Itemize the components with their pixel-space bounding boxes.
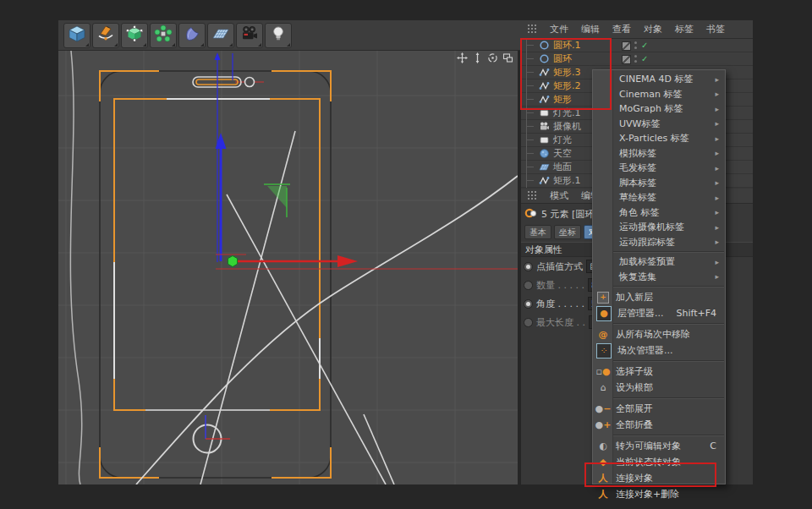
keyframe-radio-icon[interactable] (524, 318, 533, 327)
menu-item-fold-all[interactable]: ●+ 全部折叠 (593, 417, 725, 433)
menu-item-remove-from-all-takes[interactable]: @ 从所有场次中移除 (593, 326, 725, 342)
submenu-arrow-icon: ▸ (715, 105, 719, 113)
menu-item-load-tag-preset[interactable]: 加载标签预置▸ (593, 254, 725, 270)
menu-item-cineman-tags[interactable]: Cineman 标签▸ (593, 87, 725, 102)
shortcut-label: C (710, 441, 716, 452)
visibility-toggles[interactable]: ✓ (622, 52, 648, 66)
submenu-arrow-icon: ▸ (715, 208, 719, 216)
rotate-view-icon[interactable] (487, 52, 498, 63)
light-object-icon (538, 107, 550, 119)
menu-mode[interactable]: 模式 (550, 189, 568, 202)
menu-edit[interactable]: 编辑 (581, 23, 600, 36)
rect-spline-icon (538, 94, 550, 106)
menu-object[interactable]: 对象 (644, 23, 662, 36)
editor-render-dots-icon[interactable] (634, 41, 638, 50)
attribute-row[interactable]: 点插值方式 自 (521, 257, 601, 276)
menu-file[interactable]: 文件 (550, 23, 568, 36)
layer-toggle-icon[interactable] (622, 41, 631, 51)
menu-item-hair-tags[interactable]: 毛发标签▸ (593, 161, 725, 176)
submenu-arrow-icon: ▸ (715, 194, 719, 202)
menu-item-motion-tracker-tags[interactable]: 运动跟踪标签▸ (593, 235, 725, 250)
menu-item-script-tags[interactable]: 脚本标签▸ (593, 176, 725, 191)
floor-environment-tool[interactable] (207, 23, 234, 48)
mograph-array-tool[interactable] (150, 23, 177, 48)
fold-all-icon: ●+ (596, 419, 610, 432)
main-toolbar (58, 20, 521, 51)
menu-separator (594, 251, 724, 253)
menu-bookmarks[interactable]: 书签 (706, 23, 725, 36)
zoom-view-icon[interactable] (472, 52, 483, 63)
attribute-row[interactable]: 数量 . . . . . 8 (521, 276, 601, 294)
menu-item-current-state-to-object[interactable]: ◆ 当前状态转对象 (593, 454, 725, 470)
circle-spline-icon (538, 53, 550, 65)
visibility-toggles[interactable]: ✓ (622, 39, 648, 52)
enabled-check-icon[interactable]: ✓ (641, 55, 648, 63)
menu-item-restore-selection[interactable]: 恢复选集▸ (593, 270, 725, 285)
current-state-to-object-icon: ◆ (596, 456, 610, 469)
object-manager-menubar: 文件 编辑 查看 对象 标签 书签 (521, 20, 753, 39)
spline-pen-tool[interactable] (92, 23, 119, 48)
object-row[interactable]: 圆环.1 ✓ (521, 39, 753, 52)
menu-item-sketch-tags[interactable]: 草绘标签▸ (593, 190, 725, 205)
layer-toggle-icon[interactable] (622, 55, 631, 64)
keyframe-radio-icon[interactable] (524, 281, 533, 290)
enabled-check-icon[interactable]: ✓ (641, 41, 648, 50)
tab-coordinates[interactable]: 坐标 (554, 225, 581, 239)
menu-item-xparticles-tags[interactable]: X-Particles 标签▸ (593, 131, 725, 146)
cube-icon (68, 25, 86, 47)
menu-item-cinema4d-tags[interactable]: CINEMA 4D 标签▸ (593, 72, 725, 87)
pan-view-icon[interactable] (457, 52, 468, 63)
menu-item-mograph-tags[interactable]: MoGraph 标签▸ (593, 101, 725, 117)
camera-icon (240, 25, 259, 47)
add-cube-tool[interactable] (63, 23, 91, 48)
light-tool[interactable] (265, 23, 292, 48)
menu-view[interactable]: 查看 (612, 23, 631, 36)
menu-item-simulation-tags[interactable]: 模拟标签▸ (593, 146, 725, 161)
object-row[interactable]: 圆环 ✓ (521, 52, 753, 66)
menu-item-select-children[interactable]: ▫● 选择子级 (593, 364, 725, 380)
outer-rect-spline (100, 71, 331, 478)
set-as-root-icon: ⌂ (596, 381, 610, 395)
attribute-row[interactable]: 角度 . . . . . 5 (521, 294, 601, 313)
menu-item-add-to-new-layer[interactable]: + 加入新层 (593, 289, 725, 305)
floor-icon (211, 25, 230, 47)
submenu-arrow-icon: ▸ (715, 119, 719, 128)
layer-manager-icon: ● (596, 306, 612, 321)
menu-item-layer-manager[interactable]: ● 层管理器... Shift+F4 (593, 305, 725, 321)
submenu-arrow-icon: ▸ (715, 178, 719, 187)
toggle-view-icon[interactable] (502, 52, 513, 63)
panel-grip-icon[interactable] (528, 191, 537, 200)
mesh-cube-icon (125, 25, 144, 47)
deformer-tool[interactable] (178, 23, 206, 48)
menu-item-uvw-tags[interactable]: UVW标签▸ (593, 117, 725, 132)
editor-render-dots-icon[interactable] (634, 55, 638, 63)
submenu-arrow-icon: ▸ (715, 223, 719, 232)
menu-item-set-as-root[interactable]: ⌂ 设为根部 (593, 380, 725, 396)
panel-grip-icon[interactable] (528, 25, 537, 34)
keyframe-radio-icon[interactable] (524, 299, 533, 309)
menu-tags[interactable]: 标签 (675, 23, 694, 36)
menu-item-connect-objects-delete[interactable]: 人 连接对象+删除 (593, 486, 725, 502)
viewport-3d[interactable] (58, 51, 518, 484)
home-button-spline (194, 415, 231, 453)
menu-item-character-tags[interactable]: 角色 标签▸ (593, 205, 725, 221)
menu-item-motion-camera-tags[interactable]: 运动摄像机标签▸ (593, 220, 725, 235)
submenu-arrow-icon: ▸ (715, 258, 719, 266)
scene-splines (70, 51, 518, 484)
floor-object-icon (538, 161, 550, 173)
rect-spline-icon (538, 175, 550, 187)
selected-point-handle (228, 256, 237, 267)
camera-tool[interactable] (236, 23, 263, 48)
menu-separator (594, 360, 724, 362)
menu-item-make-editable[interactable]: ◐ 转为可编辑对象 C (593, 438, 725, 454)
menu-item-unfold-all[interactable]: ●− 全部展开 (593, 401, 725, 417)
attribute-row[interactable]: 最大长度 . . < (521, 313, 601, 331)
light-object-icon (538, 134, 550, 146)
edit-mesh-tool[interactable] (121, 23, 148, 48)
menu-item-take-manager[interactable]: ⁘ 场次管理器... (593, 342, 725, 358)
camera-hole-spline (245, 78, 255, 87)
scene-canvas (58, 51, 518, 484)
menu-item-connect-objects[interactable]: 人 连接对象 (593, 470, 725, 486)
tab-basic[interactable]: 基本 (524, 225, 551, 239)
keyframe-radio-icon[interactable] (524, 262, 533, 271)
